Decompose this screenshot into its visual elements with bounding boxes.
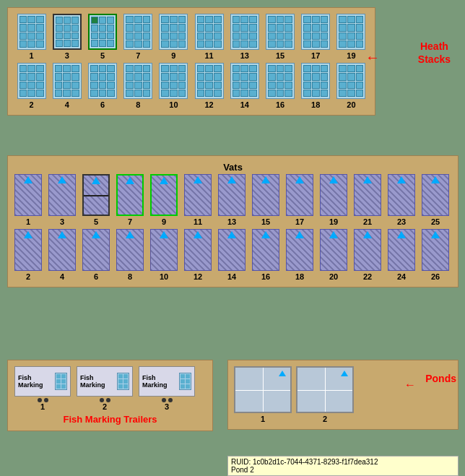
vat-icon-10: [150, 229, 178, 271]
vat-item-6[interactable]: 6: [80, 229, 112, 281]
fish-trailer-box-1: Fish Marking: [14, 366, 71, 397]
stack-item-17[interactable]: 17: [300, 14, 332, 60]
stack-item-6[interactable]: 6: [86, 63, 118, 109]
vat-item-18[interactable]: 18: [284, 229, 316, 281]
stack-icon-3: [53, 14, 82, 50]
stack-icon-10: [159, 63, 188, 99]
vat-arrow-up-9: [160, 177, 168, 184]
vat-item-1[interactable]: 1: [12, 174, 44, 226]
pond-arrow-1: [279, 371, 286, 376]
vat-icon-9: [150, 174, 178, 216]
stack-icon-18: [301, 63, 330, 99]
stack-item-7[interactable]: 7: [122, 14, 155, 60]
stack-num-4: 4: [65, 100, 69, 109]
vat-item-20[interactable]: 20: [318, 229, 349, 281]
vat-icon-17: [286, 174, 313, 216]
vat-item-19[interactable]: 19: [318, 174, 349, 226]
stack-item-3[interactable]: 3: [51, 14, 83, 60]
stack-num-3: 3: [65, 51, 69, 60]
vat-item-3[interactable]: 3: [46, 174, 78, 226]
stack-item-19[interactable]: 19: [335, 14, 368, 60]
pond-item-2[interactable]: 2: [296, 366, 354, 423]
pond-box-1: [234, 366, 292, 413]
vat-arrow-up-22: [363, 231, 372, 238]
stack-item-18[interactable]: 18: [300, 63, 332, 109]
vat-icon-19: [320, 174, 347, 216]
stack-num-10: 10: [169, 100, 178, 109]
stack-item-4[interactable]: 4: [51, 63, 83, 109]
vat-item-25[interactable]: 25: [420, 174, 451, 226]
stack-num-20: 20: [347, 100, 355, 109]
vat-item-13[interactable]: 13: [216, 174, 248, 226]
vat-item-15[interactable]: 15: [250, 174, 282, 226]
vat-item-14[interactable]: 14: [216, 229, 248, 281]
vat-icon-15: [252, 174, 279, 216]
vat-item-7[interactable]: 7: [114, 174, 146, 226]
vat-item-26[interactable]: 26: [420, 229, 451, 281]
vat-arrow-up-13: [227, 176, 236, 183]
stack-item-1[interactable]: 1: [15, 14, 48, 60]
fish-marking-section: Fish Marking 1 Fish Marking: [7, 360, 213, 431]
vat-item-21[interactable]: 21: [352, 174, 383, 226]
vat-num-21: 21: [363, 217, 372, 226]
vat-item-5[interactable]: 5: [80, 174, 112, 226]
fish-trailer-3[interactable]: Fish Marking 3: [138, 366, 196, 411]
stack-item-9[interactable]: 9: [157, 14, 190, 60]
stack-item-12[interactable]: 12: [193, 63, 225, 109]
vat-num-5: 5: [94, 217, 98, 226]
fish-trailer-box-2: Fish Marking: [77, 366, 133, 397]
vat-icon-8: [116, 229, 144, 271]
pond-item-1[interactable]: 1: [234, 366, 292, 423]
stack-item-13[interactable]: 13: [228, 14, 261, 60]
stack-num-15: 15: [276, 51, 284, 60]
stack-item-20[interactable]: 20: [335, 63, 368, 109]
vat-arrow-up-3: [58, 176, 66, 183]
pond-tooltip-ruid: RUID: 1c0b2d1c-7044-4371-8293-f1f7dea312: [231, 458, 455, 466]
stack-num-6: 6: [100, 100, 105, 109]
vat-icon-2: [14, 229, 42, 271]
stack-item-8[interactable]: 8: [122, 63, 155, 109]
stack-item-2[interactable]: 2: [15, 63, 48, 109]
vat-item-24[interactable]: 24: [386, 229, 417, 281]
vat-num-7: 7: [128, 217, 132, 226]
vat-item-12[interactable]: 12: [182, 229, 214, 281]
vat-icon-22: [354, 229, 381, 271]
ponds-section: 1 2: [227, 360, 459, 430]
vat-arrow-up-12: [194, 231, 202, 238]
stack-item-14[interactable]: 14: [228, 63, 261, 109]
vat-num-8: 8: [128, 272, 132, 281]
vat-arrow-up-16: [261, 231, 270, 238]
vat-item-8[interactable]: 8: [114, 229, 146, 281]
vat-icon-11: [184, 174, 212, 216]
vat-num-4: 4: [60, 272, 64, 281]
vat-icon-4: [48, 229, 76, 271]
stack-item-11[interactable]: 11: [193, 14, 225, 60]
fish-trailer-2[interactable]: Fish Marking 2: [76, 366, 134, 411]
vat-item-4[interactable]: 4: [46, 229, 78, 281]
stack-num-11: 11: [204, 51, 213, 60]
stacks-grid: 1 3 5: [15, 14, 368, 109]
stack-item-10[interactable]: 10: [157, 63, 190, 109]
stack-item-15[interactable]: 15: [264, 14, 296, 60]
vat-item-9[interactable]: 9: [148, 174, 180, 226]
heath-arrow-icon: ←: [365, 49, 380, 66]
stack-item-16[interactable]: 16: [264, 63, 296, 109]
vat-item-2[interactable]: 2: [12, 229, 44, 281]
vat-arrow-up-6: [92, 231, 100, 238]
stack-icon-2: [17, 63, 46, 99]
vat-num-13: 13: [227, 217, 236, 226]
vat-icon-5: [82, 174, 110, 216]
stack-num-17: 17: [311, 51, 320, 60]
stack-item-5[interactable]: 5: [86, 14, 118, 60]
fish-trailer-1[interactable]: Fish Marking 1: [14, 366, 71, 411]
vat-item-11[interactable]: 11: [182, 174, 214, 226]
vat-item-10[interactable]: 10: [148, 229, 180, 281]
vat-item-23[interactable]: 23: [386, 174, 417, 226]
vat-item-16[interactable]: 16: [250, 229, 282, 281]
vats-label: Vats: [12, 162, 453, 173]
vat-item-17[interactable]: 17: [284, 174, 316, 226]
stack-icon-9: [159, 14, 188, 50]
vat-arrow-up-18: [295, 231, 304, 238]
stack-icon-15: [266, 14, 295, 50]
vat-item-22[interactable]: 22: [352, 229, 383, 281]
